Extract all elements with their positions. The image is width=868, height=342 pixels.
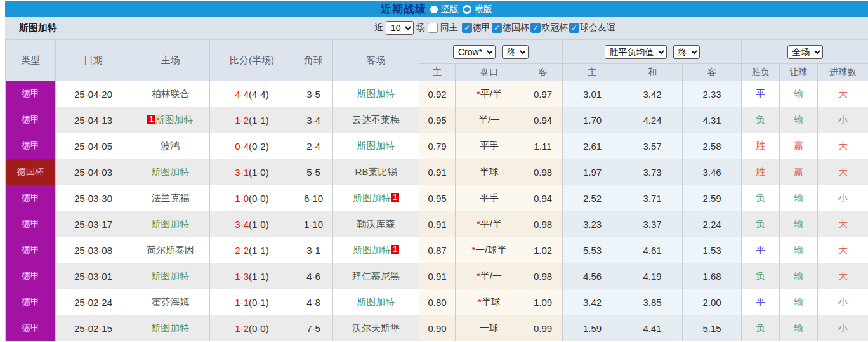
eu-away-odds: 2.59 bbox=[683, 185, 742, 211]
league-checkbox[interactable]: ✓ bbox=[492, 23, 502, 33]
eu-away-odds: 4.31 bbox=[683, 107, 742, 133]
league-checkbox[interactable]: ✓ bbox=[462, 23, 472, 33]
home-team: 斯图加特 bbox=[131, 159, 210, 185]
scope-select[interactable]: 全场 bbox=[787, 45, 823, 59]
corners: 7-5 bbox=[294, 315, 333, 341]
team-name: 沃尔夫斯堡 bbox=[352, 322, 400, 333]
match-date: 25-03-30 bbox=[56, 185, 131, 211]
league-checkbox-label: 德国杯 bbox=[503, 22, 529, 34]
result-handicap: 输 bbox=[780, 81, 818, 107]
ah-line: 一球 bbox=[456, 315, 523, 341]
ah-line: 平手 bbox=[456, 133, 523, 159]
ah-line-text: 平手 bbox=[480, 140, 499, 151]
table-row: 德甲 25-04-13 1斯图加特 1-2(1-1) 3-4 云达不莱梅 0.9… bbox=[6, 107, 868, 133]
red-card-icon: 1 bbox=[147, 115, 155, 124]
league-checkbox[interactable]: ✓ bbox=[530, 23, 541, 33]
league-checkbox[interactable]: ✓ bbox=[569, 23, 579, 33]
recent-count-select[interactable]: 10 bbox=[386, 21, 414, 35]
ah-line-text: 一/球半 bbox=[475, 244, 506, 255]
matches-label: 场 bbox=[416, 22, 425, 34]
team-name: 斯图加特 bbox=[152, 166, 190, 177]
eu-away-odds: 2.24 bbox=[683, 211, 742, 237]
handicap-company-select[interactable]: Crow* bbox=[453, 45, 496, 59]
result-goals: 大 bbox=[818, 263, 868, 289]
league-checkbox-label: 欧冠杯 bbox=[541, 22, 568, 34]
result-goals: 小 bbox=[818, 315, 868, 341]
league-badge: 德国杯 bbox=[6, 159, 56, 185]
result-wdl: 负 bbox=[742, 263, 780, 289]
ah-line-text: 一球 bbox=[480, 322, 499, 333]
away-team: 拜仁慕尼黑 bbox=[333, 263, 419, 289]
radio-vertical[interactable]: 竖版 bbox=[430, 4, 459, 15]
ah-away-odds: 1.02 bbox=[523, 237, 563, 263]
halftime-score: (1-1) bbox=[249, 271, 269, 282]
eu-draw-odds: 3.73 bbox=[622, 159, 683, 185]
team-name: RB莱比锡 bbox=[355, 166, 397, 177]
scope-select-cell: 全场 bbox=[742, 40, 868, 64]
score-cell: 2-2(1-1) bbox=[210, 237, 294, 263]
result-wdl: 平 bbox=[742, 237, 780, 263]
eu-home-odds: 1.97 bbox=[563, 159, 622, 185]
league-badge: 德甲 bbox=[6, 263, 56, 289]
table-row: 德甲 25-03-17 斯图加特 3-4(1-0) 1-10 勒沃库森 0.91… bbox=[6, 211, 868, 237]
odds-company-select[interactable]: 胜平负均值 bbox=[605, 45, 667, 59]
ah-line-text: 平手 bbox=[480, 192, 499, 203]
ah-away-odds: 0.98 bbox=[523, 159, 563, 185]
away-team: 斯图加特 bbox=[333, 289, 419, 315]
ah-away-odds: 0.94 bbox=[523, 185, 563, 211]
filter-controls: 近 10 场 同主 ✓德甲✓德国杯✓欧冠杯✓球会友谊 bbox=[374, 21, 615, 35]
handicap-select-cell: Crow* 终 bbox=[419, 40, 563, 64]
home-team: 1斯图加特 bbox=[131, 107, 210, 133]
away-team: RB莱比锡 bbox=[333, 159, 419, 185]
team-name: 柏林联合 bbox=[152, 88, 190, 99]
ah-away-odds: 0.94 bbox=[523, 107, 563, 133]
ah-away-odds: 0.97 bbox=[523, 81, 563, 107]
team-name: 斯图加特 bbox=[357, 296, 395, 307]
eu-away-odds: 2.58 bbox=[683, 133, 742, 159]
col-eu-away: 客 bbox=[683, 64, 742, 81]
league-badge: 德甲 bbox=[6, 211, 56, 237]
halftime-score: (0-2) bbox=[249, 141, 269, 152]
corners: 5-5 bbox=[294, 159, 333, 185]
ah-line: *平/半 bbox=[456, 211, 523, 237]
ah-line-text: 平/半 bbox=[480, 88, 502, 99]
same-home-checkbox[interactable] bbox=[428, 23, 438, 33]
corners: 3-1 bbox=[294, 237, 333, 263]
away-team: 沃尔夫斯堡 bbox=[333, 315, 419, 341]
col-handicap-result: 让球 bbox=[780, 64, 818, 81]
radio-horizontal[interactable]: 横版 bbox=[463, 4, 492, 15]
team-name: 斯图加特 bbox=[357, 88, 395, 99]
eu-away-odds: 5.15 bbox=[683, 315, 742, 341]
ah-home-odds: 0.92 bbox=[419, 81, 456, 107]
team-name: 霍芬海姆 bbox=[152, 296, 190, 307]
ah-line-text: 平/半 bbox=[480, 218, 502, 229]
halftime-score: (0-0) bbox=[249, 193, 269, 204]
fulltime-score: 1-0 bbox=[235, 193, 249, 204]
match-date: 25-03-08 bbox=[56, 237, 131, 263]
league-badge: 德甲 bbox=[6, 237, 56, 263]
match-date: 25-04-13 bbox=[56, 107, 131, 133]
halftime-score: (4-4) bbox=[249, 89, 269, 100]
page: 近期战绩 竖版 横版 斯图加特 近 10 场 同主 ✓德甲✓德国杯✓欧冠杯✓球会… bbox=[5, 1, 868, 341]
ah-line-text: 半/一 bbox=[478, 114, 500, 125]
league-checkbox-label: 球会友谊 bbox=[580, 22, 615, 34]
team-name: 斯图加特 bbox=[152, 270, 190, 281]
handicap-time-select[interactable]: 终 bbox=[502, 45, 529, 59]
result-wdl: 负 bbox=[742, 185, 780, 211]
team-name: 斯图加特 bbox=[353, 192, 391, 203]
fulltime-score: 1-1 bbox=[235, 297, 249, 308]
away-team: 斯图加特1 bbox=[333, 237, 419, 263]
score-cell: 1-1(0-1) bbox=[210, 289, 294, 315]
fulltime-score: 1-2 bbox=[235, 323, 249, 334]
result-goals: 大 bbox=[818, 81, 868, 107]
league-checkbox-label: 德甲 bbox=[473, 22, 490, 34]
red-card-icon: 1 bbox=[391, 245, 399, 254]
eu-draw-odds: 4.61 bbox=[622, 237, 683, 263]
team-name: 荷尔斯泰因 bbox=[147, 244, 194, 255]
result-handicap: 赢 bbox=[780, 133, 818, 159]
col-home: 主场 bbox=[131, 40, 210, 81]
league-filters: ✓德甲✓德国杯✓欧冠杯✓球会友谊 bbox=[461, 22, 615, 34]
odds-time-select[interactable]: 终 bbox=[673, 45, 700, 59]
home-team: 柏林联合 bbox=[131, 81, 210, 107]
col-away: 客场 bbox=[333, 40, 419, 81]
